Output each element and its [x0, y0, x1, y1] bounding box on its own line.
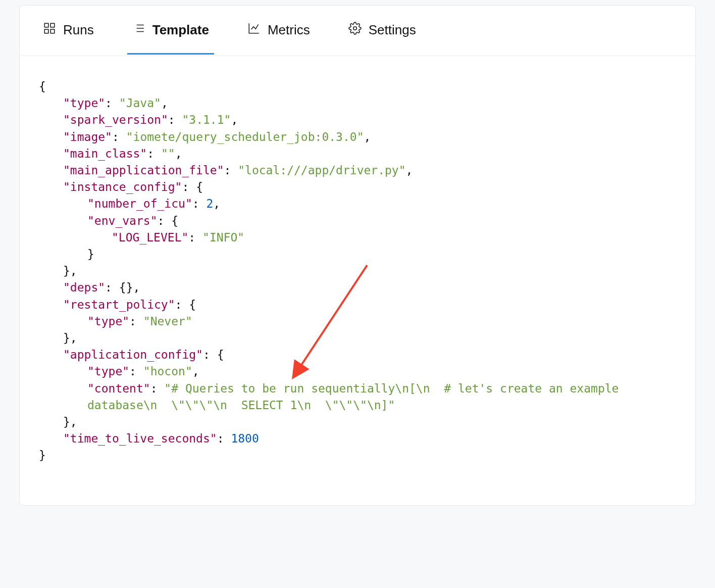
svg-point-10 — [353, 26, 356, 30]
tab-label: Template — [152, 22, 209, 38]
svg-rect-3 — [50, 29, 55, 33]
gear-icon — [348, 22, 362, 38]
svg-rect-0 — [44, 23, 48, 27]
tab-label: Runs — [63, 22, 94, 38]
tab-template[interactable]: Template — [127, 6, 214, 56]
tab-label: Metrics — [268, 22, 310, 38]
tabs-bar: Runs Template Metrics Settings — [20, 6, 695, 56]
code-viewer: {"type": "Java","spark_version": "3.1.1"… — [20, 56, 695, 505]
grid-icon — [43, 22, 56, 38]
list-icon — [132, 22, 145, 38]
tab-metrics[interactable]: Metrics — [242, 6, 315, 56]
tab-settings[interactable]: Settings — [343, 6, 421, 56]
chart-line-icon — [247, 22, 261, 38]
tab-runs[interactable]: Runs — [38, 6, 99, 56]
svg-rect-2 — [44, 29, 48, 33]
content-panel: Runs Template Metrics Settings {"type": … — [19, 5, 696, 506]
json-code-block: {"type": "Java","spark_version": "3.1.1"… — [39, 78, 676, 481]
svg-rect-1 — [50, 23, 55, 27]
tab-label: Settings — [369, 22, 416, 38]
